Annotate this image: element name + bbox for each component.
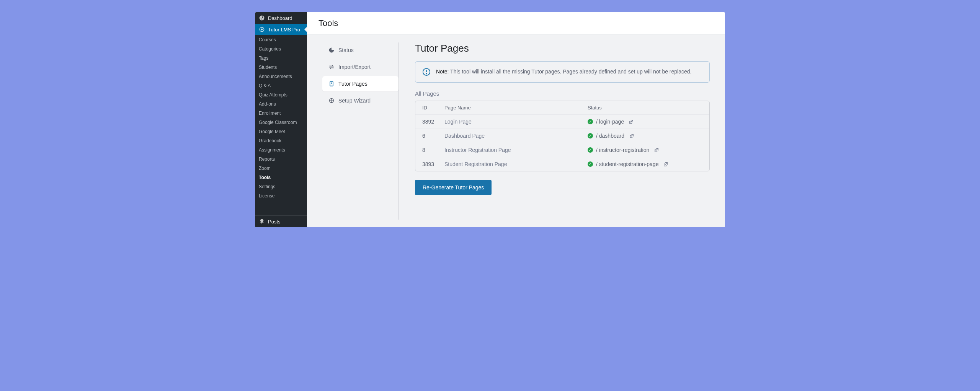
page-slug: / dashboard (596, 133, 624, 139)
sidebar-sub-item[interactable]: Gradebook (255, 136, 307, 145)
sidebar-sub-item[interactable]: Assignments (255, 145, 307, 155)
topbar-title: Tools (318, 18, 714, 28)
sidebar-sub-item[interactable]: Enrollment (255, 109, 307, 118)
sidebar-sub-item[interactable]: Q & A (255, 81, 307, 90)
sidebar-sub-item[interactable]: License (255, 191, 307, 200)
sidebar-sub-item[interactable]: Settings (255, 182, 307, 191)
sidebar-sub-item[interactable]: Quiz Attempts (255, 90, 307, 99)
external-link-icon[interactable] (629, 133, 634, 138)
cell-page-name[interactable]: Login Page (444, 119, 588, 125)
sidebar-label: Posts (268, 219, 281, 225)
pages-icon (328, 81, 335, 87)
sidebar-item-dashboard[interactable]: Dashboard (255, 12, 307, 24)
cell-id: 6 (422, 133, 444, 139)
sidebar-sub-item[interactable]: Google Meet (255, 127, 307, 136)
page-slug: / instructor-registration (596, 147, 649, 153)
topbar: Tools (307, 12, 725, 35)
tab-label: Tutor Pages (338, 81, 368, 87)
sidebar-sub-item[interactable]: Courses (255, 35, 307, 44)
table-row: 3892Login Page✓/ login-page (415, 114, 709, 129)
sidebar-sub-item[interactable]: Tags (255, 54, 307, 63)
exchange-icon (328, 64, 335, 70)
all-pages-label: All Pages (415, 90, 710, 97)
col-header-id: ID (422, 105, 444, 111)
cell-id: 8 (422, 147, 444, 153)
pin-icon (259, 218, 265, 225)
check-circle-icon: ✓ (588, 119, 593, 124)
page-content: Tutor Pages Note: This tool will install… (410, 42, 710, 220)
cell-status: ✓/ student-registration-page (588, 161, 702, 167)
tab-item[interactable]: Setup Wizard (322, 93, 399, 108)
table-row: 6Dashboard Page✓/ dashboard (415, 129, 709, 143)
page-title: Tutor Pages (415, 42, 710, 54)
tutor-icon (259, 26, 265, 33)
check-circle-icon: ✓ (588, 161, 593, 167)
page-slug: / login-page (596, 119, 624, 125)
sidebar-sub-item[interactable]: Students (255, 63, 307, 72)
content-wrap: StatusImport/ExportTutor PagesSetup Wiza… (307, 35, 725, 227)
sidebar-sub-item[interactable]: Tools (255, 173, 307, 182)
sidebar-sub-item[interactable]: Reports (255, 155, 307, 164)
sidebar-label: Dashboard (268, 15, 292, 21)
sidebar-sub-item[interactable]: Google Classroom (255, 118, 307, 127)
note-text: Note: This tool will install all the mis… (436, 68, 691, 76)
svg-point-8 (426, 73, 427, 74)
external-link-icon[interactable] (629, 119, 634, 124)
sidebar-item-posts[interactable]: Posts (255, 216, 307, 227)
admin-sidebar: Dashboard Tutor LMS Pro CoursesCategorie… (255, 12, 307, 227)
external-link-icon[interactable] (663, 161, 668, 167)
cell-status: ✓/ instructor-registration (588, 147, 702, 153)
sidebar-sub-item[interactable]: Categories (255, 44, 307, 54)
cell-page-name[interactable]: Dashboard Page (444, 133, 588, 139)
tab-item[interactable]: Import/Export (322, 59, 399, 75)
note-body: This tool will install all the missing T… (450, 68, 691, 75)
pages-table: ID Page Name Status 3892Login Page✓/ log… (415, 101, 710, 171)
dashboard-icon (259, 15, 265, 21)
external-link-icon[interactable] (654, 147, 659, 153)
tabs-column: StatusImport/ExportTutor PagesSetup Wiza… (322, 42, 399, 220)
note-label: Note: (436, 68, 449, 75)
check-circle-icon: ✓ (588, 147, 593, 153)
table-row: 8Instructor Registration Page✓/ instruct… (415, 143, 709, 157)
app-window: Dashboard Tutor LMS Pro CoursesCategorie… (255, 12, 725, 227)
tab-item[interactable]: Tutor Pages (322, 76, 399, 91)
col-header-status: Status (588, 105, 702, 111)
check-circle-icon: ✓ (588, 133, 593, 138)
sidebar-sub-item[interactable]: Announcements (255, 72, 307, 81)
alert-icon (422, 68, 431, 76)
table-row: 3893Student Registration Page✓/ student-… (415, 157, 709, 171)
col-header-name: Page Name (444, 105, 588, 111)
tab-label: Status (338, 47, 354, 53)
cell-id: 3893 (422, 161, 444, 167)
cell-status: ✓/ dashboard (588, 133, 702, 139)
tab-label: Setup Wizard (338, 98, 371, 104)
globe-icon (328, 98, 335, 104)
sidebar-item-tutor-lms-pro[interactable]: Tutor LMS Pro (255, 24, 307, 35)
cell-status: ✓/ login-page (588, 119, 702, 125)
regenerate-button[interactable]: Re-Generate Tutor Pages (415, 180, 492, 195)
table-header: ID Page Name Status (415, 101, 709, 114)
sidebar-sub-item[interactable]: Add-ons (255, 99, 307, 109)
cell-id: 3892 (422, 119, 444, 125)
cell-page-name[interactable]: Student Registration Page (444, 161, 588, 167)
tab-item[interactable]: Status (322, 42, 399, 58)
svg-point-1 (261, 29, 263, 31)
tab-label: Import/Export (338, 64, 371, 70)
page-slug: / student-registration-page (596, 161, 658, 167)
cell-page-name[interactable]: Instructor Registration Page (444, 147, 588, 153)
sidebar-label: Tutor LMS Pro (268, 27, 300, 33)
info-note: Note: This tool will install all the mis… (415, 61, 710, 83)
sidebar-sub-item[interactable]: Zoom (255, 164, 307, 173)
main-area: Tools StatusImport/ExportTutor PagesSetu… (307, 12, 725, 227)
pie-icon (328, 47, 335, 53)
